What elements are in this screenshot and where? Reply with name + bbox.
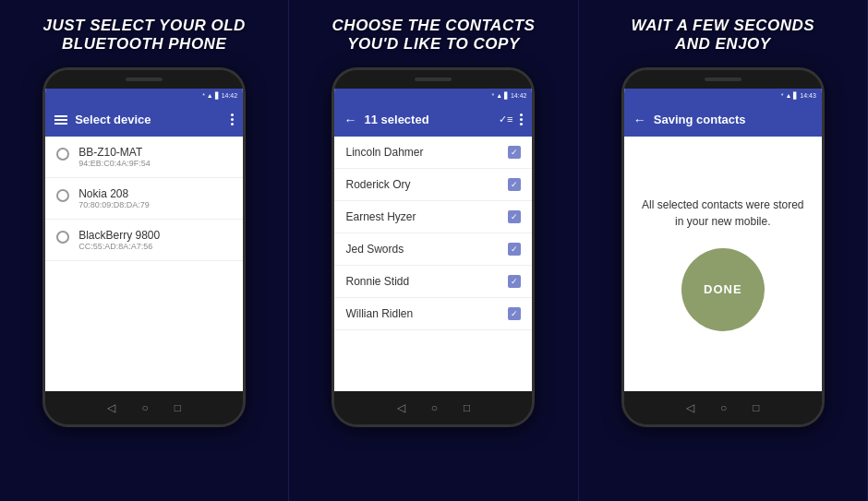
device-radio-2[interactable] xyxy=(56,231,69,244)
done-button[interactable]: DONE xyxy=(681,248,765,331)
checkbox-0[interactable]: ✓ xyxy=(508,146,521,159)
device-name-1: Nokia 208 xyxy=(78,187,150,200)
phone-1-screen: * ▲ ▋ 14:42 Select device xyxy=(45,89,243,391)
status-text-2: * ▲ ▋ 14:42 xyxy=(491,92,526,100)
device-item-0[interactable]: BB-Z10-MAT 94:EB:C0:4A:9F:54 xyxy=(45,137,243,178)
contact-item-0[interactable]: Lincoln Dahmer ✓ xyxy=(334,137,532,169)
contact-name-4: Ronnie Stidd xyxy=(345,275,409,288)
saving-screen: All selected contacts were stored in you… xyxy=(624,137,822,391)
dot-2 xyxy=(231,118,234,121)
contact-name-3: Jed Swords xyxy=(345,243,404,256)
contact-item-4[interactable]: Ronnie Stidd ✓ xyxy=(334,266,532,298)
phone-1: * ▲ ▋ 14:42 Select device xyxy=(42,67,246,427)
menu-dots-icon-1[interactable] xyxy=(231,113,234,125)
device-item-2[interactable]: BlackBerry 9800 CC:55:AD:8A:A7:56 xyxy=(45,220,243,261)
app-bar-2-title: 11 selected xyxy=(364,113,491,126)
nav-back-1[interactable]: ◁ xyxy=(107,401,115,414)
back-icon-3[interactable]: ← xyxy=(633,113,646,127)
phone-3-nav: ◁ ○ □ xyxy=(624,391,822,424)
contact-item-3[interactable]: Jed Swords ✓ xyxy=(334,233,532,266)
dot-3 xyxy=(231,123,234,125)
menu-dots-icon-2[interactable] xyxy=(520,113,523,125)
speaker-2 xyxy=(415,78,452,81)
panel-2-title: CHOOSE THE CONTACTS YOU'D LIKE TO COPY xyxy=(332,17,536,54)
device-radio-1[interactable] xyxy=(56,189,69,202)
ham-line-3 xyxy=(54,123,67,125)
status-text-1: * ▲ ▋ 14:42 xyxy=(202,92,237,100)
device-name-2: BlackBerry 9800 xyxy=(78,229,160,242)
device-info-2: BlackBerry 9800 CC:55:AD:8A:A7:56 xyxy=(78,229,160,251)
device-item-1[interactable]: Nokia 208 70:80:09:D8:DA:79 xyxy=(45,178,243,220)
phone-3-top xyxy=(624,70,822,89)
panel-2: CHOOSE THE CONTACTS YOU'D LIKE TO COPY *… xyxy=(289,0,578,501)
done-label: DONE xyxy=(704,282,742,296)
nav-recent-2[interactable]: □ xyxy=(464,401,470,414)
contact-name-5: Willian Ridlen xyxy=(345,307,413,320)
contact-item-1[interactable]: Roderick Ory ✓ xyxy=(334,169,532,201)
contact-name-0: Lincoln Dahmer xyxy=(345,146,423,159)
phone-1-top xyxy=(45,70,243,89)
dot-5 xyxy=(520,118,523,121)
dot-1 xyxy=(231,113,234,116)
contact-list: Lincoln Dahmer ✓ Roderick Ory ✓ Earnest … xyxy=(334,137,532,391)
device-mac-0: 94:EB:C0:4A:9F:54 xyxy=(78,159,151,168)
status-bar-1: * ▲ ▋ 14:42 xyxy=(45,89,243,103)
phone-3-screen: * ▲ ▋ 14:43 ← Saving contacts All select… xyxy=(624,89,822,391)
check-all-icon[interactable]: ✓≡ xyxy=(499,113,512,125)
nav-home-2[interactable]: ○ xyxy=(431,401,438,414)
panel-1: JUST SELECT YOUR OLD BLUETOOTH PHONE * ▲… xyxy=(0,0,289,501)
hamburger-icon[interactable] xyxy=(54,115,67,125)
device-info-1: Nokia 208 70:80:09:D8:DA:79 xyxy=(78,187,150,209)
app-bar-3-title: Saving contacts xyxy=(654,113,813,126)
phone-3: * ▲ ▋ 14:43 ← Saving contacts All select… xyxy=(621,67,825,427)
nav-recent-3[interactable]: □ xyxy=(753,401,759,414)
dot-4 xyxy=(520,113,523,116)
back-icon-2[interactable]: ← xyxy=(344,113,356,127)
phone-2-top xyxy=(334,70,532,89)
dot-6 xyxy=(520,123,523,125)
phone-1-nav: ◁ ○ □ xyxy=(45,391,243,424)
speaker-3 xyxy=(705,78,741,81)
app-bar-1: Select device xyxy=(45,103,243,137)
nav-back-3[interactable]: ◁ xyxy=(686,401,694,414)
contact-item-2[interactable]: Earnest Hyzer ✓ xyxy=(334,201,532,233)
checkbox-5[interactable]: ✓ xyxy=(508,307,521,320)
nav-home-1[interactable]: ○ xyxy=(141,401,148,414)
status-text-3: * ▲ ▋ 14:43 xyxy=(781,92,816,100)
contact-name-2: Earnest Hyzer xyxy=(345,210,416,223)
nav-recent-1[interactable]: □ xyxy=(175,401,181,414)
speaker xyxy=(126,78,163,81)
checkbox-3[interactable]: ✓ xyxy=(508,243,521,256)
phone-2: * ▲ ▋ 14:42 ← 11 selected ✓≡ Lincoln Dah… xyxy=(332,67,535,427)
panel-3: WAIT A FEW SECONDS AND ENJOY * ▲ ▋ 14:43… xyxy=(579,0,868,501)
device-mac-1: 70:80:09:D8:DA:79 xyxy=(78,200,150,209)
app-bar-1-title: Select device xyxy=(75,113,223,126)
checkbox-2[interactable]: ✓ xyxy=(508,210,521,223)
phone-2-nav: ◁ ○ □ xyxy=(334,391,532,424)
checkbox-1[interactable]: ✓ xyxy=(508,178,521,191)
app-bar-3: ← Saving contacts xyxy=(624,103,822,137)
status-bar-2: * ▲ ▋ 14:42 xyxy=(334,89,532,103)
saving-message: All selected contacts were stored in you… xyxy=(624,197,822,230)
checkbox-4[interactable]: ✓ xyxy=(508,275,521,288)
contact-name-1: Roderick Ory xyxy=(345,178,410,191)
ham-line-1 xyxy=(54,115,67,117)
nav-home-3[interactable]: ○ xyxy=(720,401,727,414)
app-bar-2: ← 11 selected ✓≡ xyxy=(334,103,532,137)
phone-2-screen: * ▲ ▋ 14:42 ← 11 selected ✓≡ Lincoln Dah… xyxy=(334,89,532,391)
ham-line-2 xyxy=(54,119,67,121)
nav-back-2[interactable]: ◁ xyxy=(397,401,405,414)
status-bar-3: * ▲ ▋ 14:43 xyxy=(624,89,822,103)
device-name-0: BB-Z10-MAT xyxy=(78,146,151,159)
device-info-0: BB-Z10-MAT 94:EB:C0:4A:9F:54 xyxy=(78,146,151,168)
panel-3-title: WAIT A FEW SECONDS AND ENJOY xyxy=(632,17,815,54)
device-mac-2: CC:55:AD:8A:A7:56 xyxy=(78,242,160,251)
panel-1-title: JUST SELECT YOUR OLD BLUETOOTH PHONE xyxy=(42,17,245,54)
contact-item-5[interactable]: Willian Ridlen ✓ xyxy=(334,298,532,330)
device-list: BB-Z10-MAT 94:EB:C0:4A:9F:54 Nokia 208 7… xyxy=(45,137,243,391)
device-radio-0[interactable] xyxy=(56,148,69,161)
